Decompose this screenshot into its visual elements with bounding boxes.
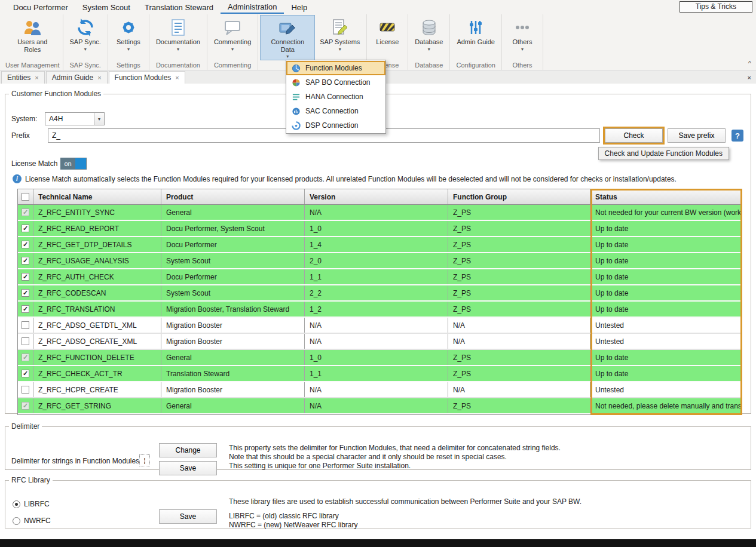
ribbon-button-label: Others xyxy=(512,38,532,46)
row-checkbox[interactable]: ✓ xyxy=(22,305,29,313)
change-delimiter-button[interactable]: Change xyxy=(159,443,217,457)
row-checkbox[interactable]: ✓ xyxy=(22,225,29,232)
commenting-button[interactable]: Commenting▾ xyxy=(209,15,256,60)
save-rfc-library-button[interactable]: Save xyxy=(159,509,217,524)
delimiter-description-line: Note that this should be a special chara… xyxy=(229,453,507,461)
row-checkbox[interactable]: ✓ xyxy=(22,289,29,297)
cell-function-group: N/A xyxy=(448,334,590,349)
chevron-down-icon: ▾ xyxy=(231,47,234,52)
cell-technical-name: Z_RFC_USAGE_ANALYSIS xyxy=(33,253,161,268)
chevron-down-icon: ▾ xyxy=(428,47,430,52)
header-product[interactable]: Product xyxy=(161,189,305,204)
cell-version: 1_2 xyxy=(305,302,448,316)
ribbon-button-label: Users and Roles xyxy=(10,38,55,53)
tab-entities[interactable]: Entities × xyxy=(1,71,45,84)
close-icon[interactable]: × xyxy=(175,74,179,81)
others-button[interactable]: Others▾ xyxy=(504,15,541,60)
row-checkbox-cell xyxy=(18,334,33,349)
header-technical-name[interactable]: Technical Name xyxy=(33,189,161,204)
table-row: ✓Z_RFC_AUTH_CHECKDocu Performer1_1Z_PSUp… xyxy=(18,269,742,285)
header-version[interactable]: Version xyxy=(305,189,448,204)
check-button[interactable]: Check xyxy=(605,128,663,143)
ribbon-group-sap-sync: SAP Sync.▾SAP Sync. xyxy=(63,14,108,70)
menu-item-function-modules[interactable]: Function Modules xyxy=(286,61,385,75)
save-prefix-button[interactable]: Save prefix xyxy=(668,128,726,143)
cell-product: General xyxy=(161,398,305,413)
ribbon-group-label: Settings xyxy=(115,61,142,70)
ribbon-button-label: Connection Data xyxy=(265,38,310,53)
info-text: License Match automatically selects the … xyxy=(25,175,677,183)
cell-technical-name: Z_RFC_FUNCTION_DELETE xyxy=(33,350,161,365)
row-checkbox[interactable] xyxy=(22,321,29,329)
cell-product: Migration Booster xyxy=(161,382,305,397)
section-legend: RFC Library xyxy=(9,476,53,484)
cell-function-group: Z_PS xyxy=(448,398,590,413)
tab-function-modules[interactable]: Function Modules × xyxy=(109,71,185,84)
license-button[interactable]: License xyxy=(369,15,406,60)
librfc-radio[interactable]: LIBRFC xyxy=(13,500,50,508)
row-checkbox[interactable]: ✓ xyxy=(22,257,29,265)
sap-sync-button[interactable]: SAP Sync.▾ xyxy=(65,15,106,60)
license-match-toggle[interactable]: on xyxy=(60,158,87,170)
menu-administration[interactable]: Administration xyxy=(221,1,284,14)
cell-version: 1_0 xyxy=(305,221,448,236)
cell-technical-name: Z_RFC_ADSO_CREATE_XML xyxy=(33,334,161,349)
select-all-checkbox[interactable] xyxy=(22,193,29,201)
function-modules-icon xyxy=(292,64,301,73)
ribbon-group-user-management: Users and RolesUser Management xyxy=(2,14,63,70)
tab-admin-guide[interactable]: Admin Guide × xyxy=(46,71,108,84)
menu-translation-steward[interactable]: Translation Steward xyxy=(137,1,221,13)
header-function-group[interactable]: Function Group xyxy=(448,189,590,204)
menu-item-sap-bo-connection[interactable]: SAP BO Connection xyxy=(286,75,385,90)
collapse-ribbon-icon[interactable]: ^ xyxy=(748,60,751,67)
close-icon[interactable]: × xyxy=(35,74,38,81)
database-button[interactable]: Database▾ xyxy=(410,15,448,60)
close-icon[interactable]: × xyxy=(97,74,101,81)
sap-systems-button[interactable]: SAP Systems▾ xyxy=(315,15,365,60)
menu-item-hana-connection[interactable]: HANA Connection xyxy=(286,90,385,104)
rfc-description-line: LIBRFC = (old) classic RFC library xyxy=(229,512,339,520)
cell-status: Up to date xyxy=(590,366,742,381)
help-icon[interactable]: ? xyxy=(731,130,743,142)
cell-version: 2_2 xyxy=(305,285,448,300)
info-icon: i xyxy=(13,174,22,183)
tips-and-tricks-button[interactable]: Tips & Tricks xyxy=(680,1,752,13)
cell-version: N/A xyxy=(305,398,448,413)
delimiter-input[interactable] xyxy=(139,454,150,466)
cell-technical-name: Z_RFC_AUTH_CHECK xyxy=(33,269,161,284)
cell-function-group: Z_PS xyxy=(448,253,590,268)
rfc-description-line: These library files are used to establis… xyxy=(229,497,581,506)
row-checkbox[interactable]: ✓ xyxy=(22,370,29,377)
table-row: ✓Z_RFC_READ_REPORTDocu Performer, System… xyxy=(18,221,742,237)
bottom-bar xyxy=(0,539,756,547)
row-checkbox[interactable] xyxy=(22,386,29,394)
cell-product: Docu Performer xyxy=(161,269,305,284)
close-tab-area-icon[interactable]: × xyxy=(748,74,751,81)
ribbon-group-label: User Management xyxy=(4,61,61,70)
chevron-down-icon[interactable]: ▾ xyxy=(94,113,104,125)
menu-item-dsp-connection[interactable]: DSP Connection xyxy=(286,118,385,133)
nwrfc-radio[interactable]: NWRFC xyxy=(13,517,51,525)
menu-help[interactable]: Help xyxy=(284,1,314,13)
system-select[interactable]: A4H ▾ xyxy=(45,112,105,125)
admin-guide-button[interactable]: Admin Guide xyxy=(452,15,500,60)
cell-status: Not needed for your current BW version (… xyxy=(590,205,742,220)
menu-docu-performer[interactable]: Docu Performer xyxy=(6,1,75,13)
cell-product: System Scout xyxy=(161,285,305,300)
connection-data-button[interactable]: Connection Data▾ xyxy=(260,15,315,60)
chevron-down-icon: ▾ xyxy=(521,47,524,52)
menu-system-scout[interactable]: System Scout xyxy=(75,1,137,13)
row-checkbox[interactable]: ✓ xyxy=(22,241,29,248)
radio-unselected-icon xyxy=(13,517,20,525)
save-delimiter-button[interactable]: Save xyxy=(159,461,217,475)
settings-button[interactable]: Settings▾ xyxy=(110,15,147,60)
cell-version: 1_1 xyxy=(305,366,448,381)
cell-status: Up to date xyxy=(590,350,742,365)
row-checkbox[interactable]: ✓ xyxy=(22,273,29,281)
row-checkbox[interactable] xyxy=(22,337,29,345)
users-and-roles-button[interactable]: Users and Roles xyxy=(5,15,60,60)
radio-label: NWRFC xyxy=(24,517,51,525)
header-status[interactable]: Status xyxy=(590,189,742,204)
documentation-button[interactable]: Documentation▾ xyxy=(151,15,205,60)
menu-item-sac-connection[interactable]: SAC Connection xyxy=(286,104,385,118)
